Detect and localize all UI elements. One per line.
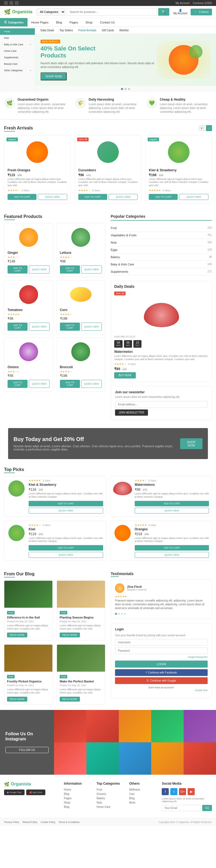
forgot-password-link[interactable]: Forgot Password? (115, 656, 208, 658)
google-play-button[interactable]: ▶ Google Play (4, 789, 25, 795)
terms-link[interactable]: Terms & Conditions (59, 821, 80, 824)
password-input[interactable] (115, 647, 208, 654)
username-input[interactable] (115, 639, 208, 646)
top-pick-qv-kiwi-solo[interactable]: QUICK VIEW (29, 552, 103, 558)
cat-baby-kids[interactable]: Baby & Kids Care 165 (111, 261, 212, 268)
footer-logo[interactable]: 🌿 Organista (4, 782, 59, 787)
instagram-icon[interactable] (15, 1, 19, 5)
t-dot-3[interactable] (121, 613, 123, 615)
cat-others[interactable]: Other Categories › (0, 67, 35, 74)
footer-cat-homecare[interactable]: Home Care (97, 805, 124, 808)
fresh-arrivals-next[interactable]: › (206, 125, 212, 131)
cookie-policy-link[interactable]: Cookie Policy (41, 821, 56, 824)
tab-fresh-arrivals[interactable]: Fresh Arrivals (76, 27, 99, 34)
login-button[interactable]: LOGIN (115, 660, 208, 668)
buy-now-button[interactable]: BUY NOW (114, 372, 136, 378)
footer-google-icon[interactable]: G+ (179, 788, 186, 795)
cart-ginger[interactable]: ADD TO CART (7, 266, 28, 274)
insta-img-6[interactable] (54, 742, 86, 775)
add-to-cart-cucumbers[interactable]: ADD TO CART (78, 194, 107, 200)
qv-ginger[interactable]: QUICK VIEW (29, 266, 49, 274)
qv-broccoli[interactable]: QUICK VIEW (81, 380, 102, 388)
cart-button[interactable]: 🛒 0 Items (191, 9, 212, 16)
cat-eggs[interactable]: Eggs 128 (111, 246, 212, 253)
insta-img-5[interactable] (184, 710, 216, 742)
twitter-icon[interactable] (9, 1, 13, 5)
newsletter-join-button[interactable]: JOIN NEWSLETTER (115, 409, 148, 416)
cart-lettuce[interactable]: ADD TO CART (60, 266, 80, 274)
t-dot-4[interactable] (124, 613, 126, 615)
refund-policy-link[interactable]: Refund Policy (22, 821, 37, 824)
footer-facebook-icon[interactable]: f (162, 788, 169, 795)
qv-lettuce[interactable]: QUICK VIEW (81, 266, 102, 274)
footer-cat-fruit[interactable]: Fruit (97, 788, 124, 791)
read-more-2[interactable]: READ MORE (60, 632, 80, 638)
hero-dot-2[interactable] (125, 88, 127, 90)
cat-bakery[interactable]: Bakery 96 (111, 253, 212, 261)
footer-newsletter-input[interactable] (162, 805, 201, 811)
myaccount-icon[interactable]: 👤 My Account (173, 9, 187, 15)
top-pick-qv-kiwi[interactable]: QUICK VIEW (29, 508, 103, 514)
cat-supplements-item[interactable]: Supplements 271 (111, 268, 212, 275)
cat-fruit[interactable]: Fruit 252 (111, 224, 212, 232)
footer-info-pages[interactable]: Pages (64, 797, 91, 800)
footer-other-cart[interactable]: Cart (129, 793, 157, 796)
tab-daily-deals[interactable]: Daily Deals (38, 27, 57, 34)
category-select[interactable]: All Categories (36, 8, 65, 16)
cat-vegetables[interactable]: Vegetables & Fruits 751 (111, 232, 212, 239)
privacy-policy-link[interactable]: Privacy Policy (4, 821, 19, 824)
nav-blog[interactable]: Blog (52, 18, 65, 26)
tab-wishlist[interactable]: Wishlist (117, 27, 131, 34)
cart-onions[interactable]: ADD TO CART (7, 380, 28, 388)
cat-supplements[interactable]: Supplements (0, 54, 35, 61)
cart-broccoli[interactable]: ADD TO CART (60, 380, 80, 388)
tab-top-sellers[interactable]: Top Sellers (57, 27, 76, 34)
insta-img-4[interactable] (151, 710, 184, 742)
footer-info-blog[interactable]: Blog (64, 793, 91, 796)
footer-other-wellness[interactable]: Wellness (129, 788, 157, 791)
tab-gift-cards[interactable]: Gift Cards (99, 27, 117, 34)
top-pick-qv-watermelon[interactable]: QUICK VIEW (135, 508, 209, 514)
nav-pages[interactable]: Pages (65, 18, 82, 26)
search-input[interactable] (67, 8, 157, 16)
google-login-button[interactable]: G Continue with Google (115, 677, 208, 684)
footer-info-blog2[interactable]: Blog (64, 805, 91, 808)
footer-cat-grocery[interactable]: Grocery (97, 793, 124, 796)
insta-img-7[interactable] (86, 742, 119, 775)
footer-twitter-icon[interactable]: t (170, 788, 178, 795)
facebook-icon[interactable] (4, 1, 8, 5)
read-more-1[interactable]: READ MORE (7, 632, 27, 638)
cat-nuts[interactable]: Nuts 342 (111, 239, 212, 246)
cart-corn[interactable]: ADD TO CART (60, 322, 80, 331)
nav-contact[interactable]: Contact Us (96, 18, 118, 26)
newsletter-email-input[interactable] (115, 401, 208, 408)
cat-pets[interactable]: Pets (0, 35, 35, 41)
cat-homecare[interactable]: Home Care (0, 48, 35, 54)
qv-corn[interactable]: QUICK VIEW (81, 322, 102, 331)
top-pick-cart-oranges[interactable]: ADD TO CART (135, 545, 209, 551)
footer-youtube-icon[interactable]: ▶ (188, 788, 195, 795)
t-dot-2[interactable] (118, 613, 120, 615)
hero-shop-now-button[interactable]: SHOP NOW (40, 72, 67, 81)
footer-info-home[interactable]: Home (64, 788, 91, 791)
facebook-login-button[interactable]: f Continue with Facebook (115, 669, 208, 676)
insta-img-9[interactable] (151, 742, 184, 775)
qv-onions[interactable]: QUICK VIEW (29, 380, 49, 388)
quick-view-kiwi[interactable]: QUICK VIEW (179, 194, 209, 200)
top-pick-qv-oranges[interactable]: QUICK VIEW (135, 552, 209, 558)
logo[interactable]: 🌿 Organista (4, 9, 32, 15)
qv-tomatoes[interactable]: QUICK VIEW (29, 322, 49, 331)
insta-img-1[interactable] (54, 710, 86, 742)
cat-baby[interactable]: Baby & Kids Care › (0, 41, 35, 48)
nav-shop[interactable]: Shop (82, 18, 97, 26)
top-pick-cart-kiwi-solo[interactable]: ADD TO CART (29, 545, 103, 551)
nav-homepages[interactable]: Home Pages (28, 18, 52, 26)
footer-newsletter-button[interactable]: GO (202, 805, 212, 811)
read-more-4[interactable]: READ MORE (60, 697, 80, 702)
hero-dot-3[interactable] (128, 88, 130, 90)
cart-tomatoes[interactable]: ADD TO CART (7, 322, 28, 331)
insta-img-10[interactable] (184, 742, 216, 775)
search-button[interactable]: 🔍 (158, 8, 169, 16)
t-dot-1[interactable] (115, 613, 117, 615)
insta-img-8[interactable] (119, 742, 151, 775)
